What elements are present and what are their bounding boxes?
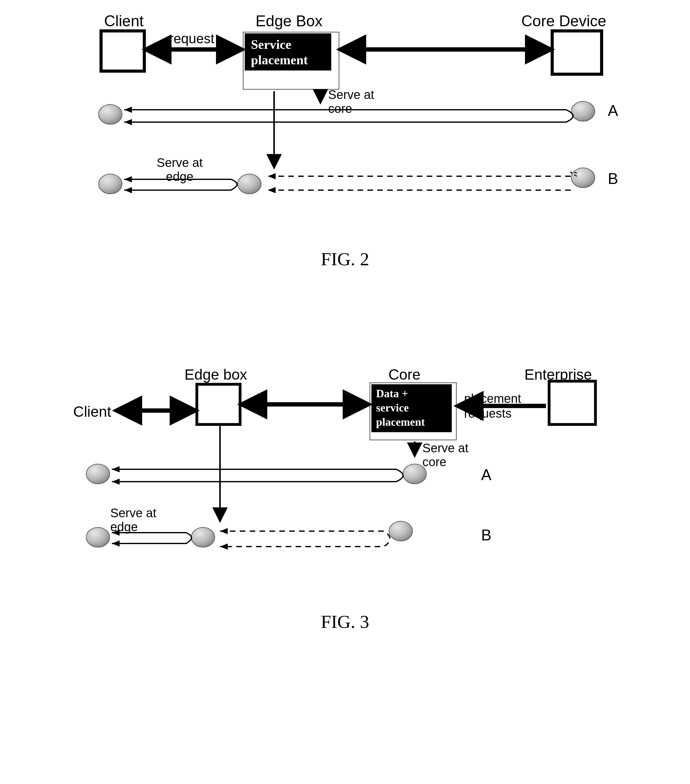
hairpin3-b-dashed	[220, 531, 390, 547]
fig-2: Client Edge Box Core Device Service plac…	[52, 12, 639, 270]
fig3-client-label: Client	[73, 404, 111, 420]
core-line1: Data +	[376, 387, 408, 400]
label3-b: B	[481, 527, 491, 544]
placement-req-l1: placement	[464, 392, 521, 405]
service-placement-line2: placement	[251, 53, 308, 67]
client-box	[101, 31, 144, 71]
hairpin3-a	[112, 469, 403, 482]
fig3-caption: FIG. 3	[52, 611, 639, 632]
fig2-svg: Client Edge Box Core Device Service plac…	[52, 12, 639, 229]
enterprise-box	[549, 381, 595, 425]
ball-a-left	[99, 104, 122, 124]
hairpin3-b-solid	[112, 533, 192, 544]
ball-b-right	[571, 168, 595, 188]
serve-core-l1: Serve at	[328, 88, 374, 101]
ball-b-mid	[238, 174, 261, 194]
arrowhead3-a-bot	[112, 479, 120, 485]
fig3-core-label: Core	[388, 366, 421, 383]
fig-3: Edge box Core Enterprise Client Data + s…	[52, 356, 639, 632]
core-device-box	[552, 31, 601, 74]
fig3-svg: Edge box Core Enterprise Client Data + s…	[52, 356, 639, 591]
fig3-edge-label: Edge box	[184, 366, 247, 383]
placement-req-l2: requests	[464, 407, 511, 420]
ball3-b-mid	[191, 527, 215, 547]
core-line2: service	[376, 402, 409, 414]
fig2-core-label: Core Device	[521, 12, 606, 30]
ball3-a-right	[403, 464, 426, 484]
arrowhead3-a-top	[112, 466, 120, 473]
request-label: request	[169, 31, 214, 46]
ball-a-right	[571, 101, 595, 121]
core-line3: placement	[376, 416, 425, 428]
serve-edge-l2: edge	[166, 170, 194, 183]
edge-box	[197, 384, 240, 425]
ball3-b-right	[389, 521, 412, 541]
service-placement-line1: Service	[251, 38, 291, 52]
ball-b-left	[99, 174, 122, 194]
serve-edge-l1: Serve at	[157, 156, 203, 170]
label-a: A	[608, 102, 618, 119]
arrowhead-dashed-b-bot	[268, 187, 276, 193]
arrowhead-a-top	[124, 107, 132, 113]
serve-core3-l2: core	[422, 455, 447, 469]
ball3-a-left	[86, 464, 110, 484]
arrowhead-dashed-b-top	[268, 173, 276, 179]
serve-core3-l1: Serve at	[422, 441, 468, 455]
serve-edge3-l1: Serve at	[110, 506, 156, 520]
fig2-caption: FIG. 2	[52, 249, 639, 270]
arrowhead-b-top	[124, 176, 132, 183]
fig2-edge-label: Edge Box	[256, 12, 323, 30]
label3-a: A	[481, 466, 491, 484]
arrowhead3-b-dashed-bot	[220, 544, 228, 550]
ball3-b-left	[86, 527, 110, 547]
serve-edge3-l2: edge	[110, 520, 138, 534]
label-b: B	[608, 170, 618, 187]
arrowhead3-b-bot	[112, 540, 120, 547]
serve-core-l2: core	[328, 102, 352, 115]
arrowhead-a-bot	[124, 119, 132, 125]
arrowhead3-b-dashed-top	[220, 528, 228, 534]
arrowhead-b-bot	[124, 187, 132, 193]
fig2-client-label: Client	[104, 12, 144, 30]
